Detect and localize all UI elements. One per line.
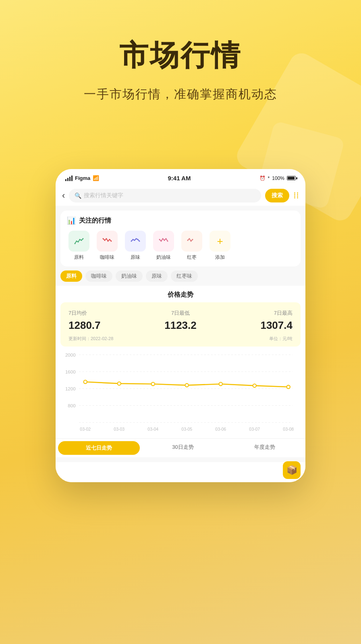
- time-tab-30day[interactable]: 30日走势: [142, 439, 224, 457]
- category-label-kafei: 咖啡味: [100, 254, 114, 261]
- alarm-icon: ⏰: [259, 175, 266, 181]
- back-button[interactable]: ‹: [62, 190, 65, 201]
- watch-section: 📊 关注的行情: [60, 211, 301, 266]
- svg-point-18: [159, 239, 160, 240]
- price-section-title: 价格走势: [56, 286, 305, 302]
- category-item-naiyou[interactable]: 奶油味: [151, 231, 176, 261]
- content-area: 📊 关注的行情: [56, 206, 305, 462]
- svg-point-42: [253, 384, 256, 387]
- stats-update: 更新时间：2022-02-28: [68, 336, 113, 342]
- stats-card: 7日均价 1280.7 7日最低 1123.2 7日最高 1307.4 更新时间…: [60, 302, 301, 347]
- svg-point-39: [151, 382, 155, 386]
- svg-point-24: [187, 240, 189, 241]
- svg-point-14: [134, 240, 135, 241]
- svg-text:2000: 2000: [65, 353, 76, 357]
- svg-point-23: [167, 241, 168, 242]
- category-item-add[interactable]: + 添加: [208, 231, 232, 261]
- time-tab-7day[interactable]: 近七日走势: [58, 441, 140, 455]
- svg-text:03-03: 03-03: [114, 427, 124, 432]
- stat-max: 7日最高 1307.4: [218, 310, 293, 332]
- price-section: 价格走势 7日均价 1280.7 7日最低 1123.2 7日最高 1307.4: [56, 286, 305, 457]
- svg-point-43: [287, 385, 290, 388]
- svg-text:03-07: 03-07: [249, 427, 260, 432]
- stat-min: 7日最低 1123.2: [143, 310, 218, 332]
- stats-unit: 单位：元/吨: [269, 336, 293, 342]
- watch-title: 📊 关注的行情: [67, 216, 294, 225]
- svg-point-7: [104, 240, 106, 241]
- float-icon-img: 📦: [286, 465, 297, 475]
- category-icon-kafei: [97, 231, 118, 252]
- filter-tabs: 原料 咖啡味 奶油味 原味 红枣味: [56, 266, 305, 286]
- svg-point-37: [84, 380, 87, 384]
- svg-point-16: [137, 239, 139, 240]
- svg-point-0: [75, 243, 76, 244]
- status-bar: Figma 📶 9:41 AM ⏰ * 100%: [56, 169, 305, 186]
- svg-point-38: [118, 382, 121, 385]
- filter-tab-hongzao[interactable]: 红枣味: [171, 270, 198, 282]
- stats-row: 7日均价 1280.7 7日最低 1123.2 7日最高 1307.4: [68, 310, 293, 332]
- category-item-yuanliao[interactable]: 原料: [67, 231, 91, 261]
- wifi-icon: 📶: [93, 175, 99, 181]
- category-label-yuanliao: 原料: [74, 254, 84, 261]
- battery-label: 100%: [272, 175, 284, 181]
- float-action-button[interactable]: 📦: [283, 461, 301, 479]
- category-icons: 原料 咖啡味: [67, 231, 294, 261]
- page-subtitle: 一手市场行情，准确掌握商机动态: [0, 86, 361, 103]
- svg-point-6: [103, 238, 104, 239]
- category-label-hongzao: 红枣: [187, 254, 197, 261]
- svg-text:03-04: 03-04: [147, 427, 158, 432]
- time-tabs: 近七日走势 30日走势 年度走势: [56, 438, 305, 457]
- category-item-yuanwei[interactable]: 原味: [123, 231, 147, 261]
- stat-avg-value: 1280.7: [68, 319, 143, 332]
- svg-point-10: [109, 239, 110, 240]
- svg-point-9: [108, 241, 109, 242]
- svg-point-26: [191, 241, 192, 242]
- category-label-yuanwei: 原味: [131, 254, 140, 261]
- stat-min-value: 1123.2: [143, 319, 218, 332]
- svg-text:1200: 1200: [65, 386, 76, 391]
- category-icon-naiyou: [153, 231, 174, 252]
- price-chart: 2000 1600 1200 800: [62, 351, 299, 435]
- svg-point-27: [192, 239, 193, 240]
- filter-tab-kafei[interactable]: 咖啡味: [85, 270, 112, 282]
- svg-point-4: [81, 240, 82, 241]
- status-left: Figma 📶: [65, 175, 99, 181]
- filter-tab-yuanliao[interactable]: 原料: [60, 270, 82, 282]
- svg-text:800: 800: [68, 403, 75, 408]
- svg-point-22: [166, 238, 167, 239]
- filter-tab-naiyou[interactable]: 奶油味: [116, 270, 143, 282]
- category-icon-add: +: [210, 231, 230, 252]
- svg-point-12: [131, 241, 132, 242]
- category-item-kafei[interactable]: 咖啡味: [95, 231, 119, 261]
- status-time: 9:41 AM: [168, 175, 191, 182]
- battery-icon: [287, 176, 296, 180]
- search-button[interactable]: 搜索: [265, 189, 289, 202]
- stat-avg: 7日均价 1280.7: [68, 310, 143, 332]
- time-tab-year[interactable]: 年度走势: [224, 439, 305, 457]
- category-icon-hongzao: [181, 231, 202, 252]
- svg-point-41: [219, 382, 222, 386]
- stats-meta: 更新时间：2022-02-28 单位：元/吨: [68, 336, 293, 342]
- category-item-hongzao[interactable]: 红枣: [180, 231, 204, 261]
- search-icon: 🔍: [75, 192, 81, 199]
- watch-title-text: 关注的行情: [79, 217, 111, 225]
- svg-text:1600: 1600: [65, 369, 76, 374]
- svg-point-19: [161, 241, 162, 242]
- svg-text:03-08: 03-08: [283, 427, 294, 432]
- grid-icon[interactable]: ⁞⁞: [293, 190, 299, 201]
- filter-tab-yuanwei[interactable]: 原味: [146, 270, 168, 282]
- search-bar: ‹ 🔍 搜索行情关键字 搜索 ⁞⁞: [56, 186, 305, 206]
- category-label-naiyou: 奶油味: [156, 254, 171, 261]
- carrier-label: Figma: [75, 175, 90, 181]
- stat-max-label: 7日最高: [218, 310, 293, 317]
- svg-point-40: [185, 384, 189, 387]
- svg-point-3: [79, 239, 81, 240]
- search-input-wrap[interactable]: 🔍 搜索行情关键字: [69, 189, 261, 202]
- svg-point-20: [162, 238, 164, 239]
- svg-point-17: [139, 241, 140, 242]
- phone-mockup: Figma 📶 9:41 AM ⏰ * 100% ‹ 🔍 搜索行情关键字 搜索 …: [56, 169, 305, 482]
- svg-point-8: [106, 238, 107, 239]
- bluetooth-icon: *: [268, 175, 270, 181]
- svg-point-11: [111, 241, 112, 242]
- page-title: 市场行情: [0, 0, 361, 75]
